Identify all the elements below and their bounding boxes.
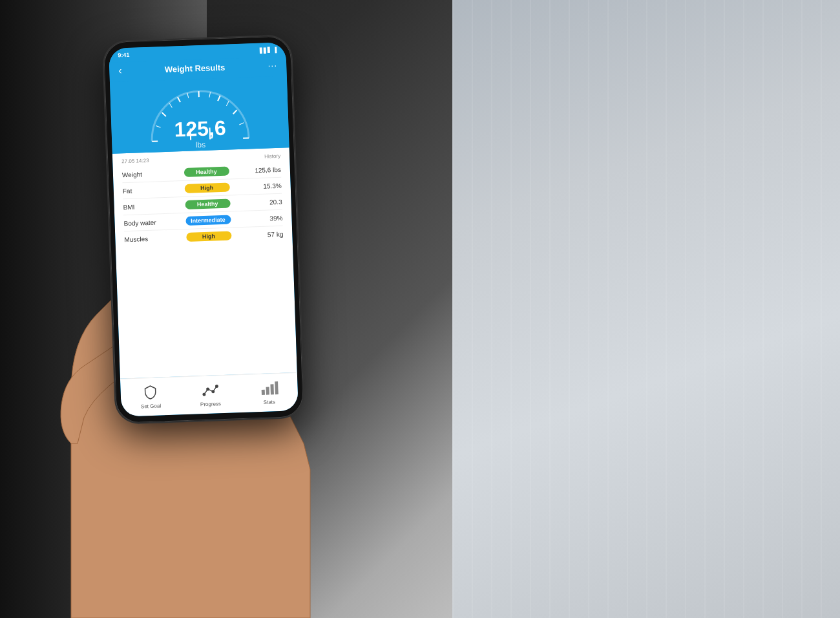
status-icons: ▋▋▋ ▐ bbox=[260, 47, 277, 53]
fat-label: Fat bbox=[123, 186, 162, 195]
fat-value: 15.3% bbox=[253, 182, 282, 190]
measurement-date: 27.05 14:23 bbox=[121, 158, 149, 164]
muscles-badge: High bbox=[186, 231, 231, 242]
svg-rect-18 bbox=[266, 387, 269, 395]
svg-rect-17 bbox=[261, 390, 264, 395]
fat-badge: High bbox=[184, 183, 229, 193]
svg-line-2 bbox=[162, 112, 166, 116]
svg-line-10 bbox=[226, 101, 229, 106]
svg-rect-19 bbox=[270, 384, 274, 394]
gauge: 125,6 lbs bbox=[140, 81, 258, 146]
bmi-badge: Healthy bbox=[185, 199, 230, 209]
svg-rect-20 bbox=[275, 381, 278, 394]
shield-icon bbox=[141, 383, 160, 402]
page-title: Weight Results bbox=[165, 62, 226, 74]
phone-body: 9:41 ▋▋▋ ▐ ‹ Weight Results ··· bbox=[103, 36, 304, 423]
body-water-label: Body water bbox=[123, 218, 162, 227]
svg-line-9 bbox=[169, 103, 172, 108]
more-button[interactable]: ··· bbox=[268, 60, 277, 71]
set-goal-nav[interactable]: Set Goal bbox=[140, 383, 162, 409]
battery-icon: ▐ bbox=[273, 47, 277, 52]
svg-line-12 bbox=[239, 123, 244, 125]
weight-value-text: 125,6 lbs bbox=[252, 165, 281, 174]
weight-value: 125,6 bbox=[174, 118, 226, 140]
svg-line-1 bbox=[178, 97, 180, 102]
stats-icon bbox=[260, 379, 278, 398]
weight-unit: lbs bbox=[174, 140, 227, 151]
set-goal-label: Set Goal bbox=[141, 403, 161, 409]
muscles-value: 57 kg bbox=[254, 230, 283, 239]
stats-nav[interactable]: Stats bbox=[260, 379, 278, 405]
data-section: 27.05 14:23 History Weight Healthy 125,6… bbox=[112, 147, 297, 378]
bottom-nav: Set Goal Prog bbox=[120, 372, 299, 417]
history-label: History bbox=[264, 153, 280, 160]
body-water-value: 39% bbox=[253, 214, 282, 222]
signal-icon: ▋▋▋ bbox=[260, 47, 271, 54]
status-time: 9:41 bbox=[118, 52, 129, 59]
phone-screen: 9:41 ▋▋▋ ▐ ‹ Weight Results ··· bbox=[109, 42, 299, 416]
weight-badge: Healthy bbox=[184, 167, 229, 177]
progress-nav[interactable]: Progress bbox=[200, 381, 221, 407]
svg-line-3 bbox=[218, 96, 220, 101]
bmi-value: 20.3 bbox=[253, 198, 282, 206]
body-water-badge: Intermediate bbox=[185, 215, 231, 226]
phone: 9:41 ▋▋▋ ▐ ‹ Weight Results ··· bbox=[103, 36, 304, 423]
scene: 9:41 ▋▋▋ ▐ ‹ Weight Results ··· bbox=[0, 0, 840, 618]
gauge-section: 125,6 lbs bbox=[110, 76, 289, 153]
svg-line-4 bbox=[233, 110, 237, 114]
svg-line-11 bbox=[156, 125, 160, 127]
muscles-label: Muscles bbox=[124, 235, 163, 243]
bmi-label: BMI bbox=[123, 202, 162, 211]
progress-label: Progress bbox=[200, 401, 221, 407]
progress-icon bbox=[201, 381, 220, 400]
weight-display: 125,6 lbs bbox=[174, 118, 227, 151]
weight-label: Weight bbox=[122, 170, 161, 178]
back-button[interactable]: ‹ bbox=[118, 65, 122, 76]
stats-label: Stats bbox=[264, 399, 276, 405]
